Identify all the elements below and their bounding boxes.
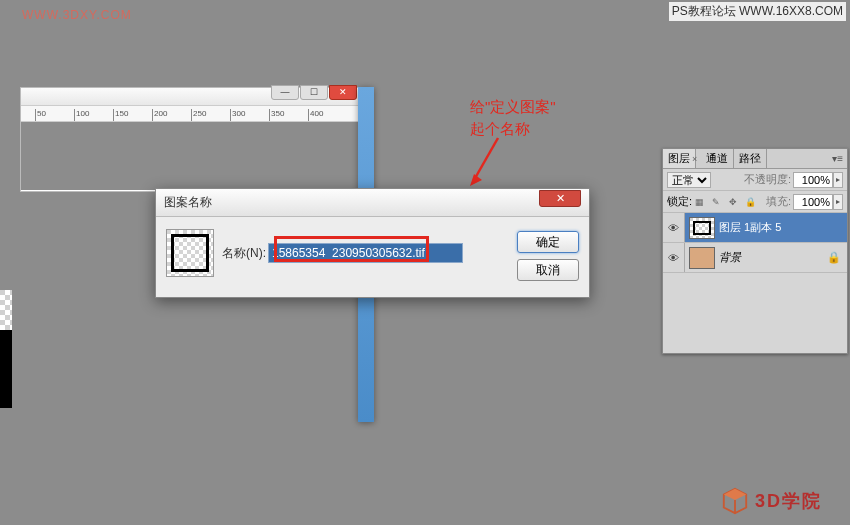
- svg-line-0: [474, 138, 498, 180]
- visibility-eye-icon[interactable]: 👁: [663, 243, 685, 272]
- pattern-name-dialog: 图案名称 ✕ 名称(N): 确定 取消: [155, 188, 590, 298]
- ruler-horizontal: 50100150200250300350400: [21, 106, 359, 122]
- svg-marker-1: [470, 174, 482, 186]
- ok-button[interactable]: 确定: [517, 231, 579, 253]
- layer-name: 背景: [719, 250, 821, 265]
- lock-all-icon[interactable]: 🔒: [743, 195, 757, 209]
- layer-thumbnail[interactable]: [689, 247, 715, 269]
- dialog-close-button[interactable]: ✕: [539, 190, 581, 207]
- lock-icon: 🔒: [821, 251, 847, 264]
- document-canvas[interactable]: [21, 122, 359, 190]
- window-close-button[interactable]: ✕: [329, 85, 357, 100]
- svg-marker-3: [724, 489, 746, 500]
- blend-mode-select[interactable]: 正常: [667, 172, 711, 188]
- pattern-name-input[interactable]: [268, 243, 463, 263]
- document-window: — ☐ ✕ 50100150200250300350400: [20, 87, 360, 192]
- transparency-edge-fragment: [0, 290, 12, 400]
- visibility-eye-icon[interactable]: 👁: [663, 213, 685, 242]
- annotation-text: 给"定义图案" 起个名称: [470, 96, 556, 140]
- tab-channels[interactable]: 通道: [701, 149, 734, 168]
- document-titlebar: — ☐ ✕: [21, 88, 359, 106]
- window-maximize-button[interactable]: ☐: [300, 85, 328, 100]
- layer-name: 图层 1副本 5: [719, 220, 847, 235]
- lock-paint-icon[interactable]: ✎: [709, 195, 723, 209]
- lock-label: 锁定:: [667, 194, 692, 209]
- watermark-top-right: PS教程论坛 WWW.16XX8.COM: [669, 2, 846, 21]
- fill-chevron-icon[interactable]: ▸: [833, 194, 843, 210]
- annotation-arrow-icon: [468, 132, 508, 192]
- window-minimize-button[interactable]: —: [271, 85, 299, 100]
- opacity-input[interactable]: [793, 172, 833, 188]
- opacity-label: 不透明度:: [744, 172, 791, 187]
- layer-item-background[interactable]: 👁 背景 🔒: [663, 243, 847, 273]
- lock-transparency-icon[interactable]: ▦: [692, 195, 706, 209]
- cube-icon: [721, 487, 749, 515]
- pattern-preview: [166, 229, 214, 277]
- tab-paths[interactable]: 路径: [734, 149, 767, 168]
- layers-panel: 图层× 通道 路径 ▾≡ 正常 不透明度: ▸ 锁定: ▦ ✎ ✥ 🔒 填充: …: [662, 148, 848, 354]
- panel-menu-icon[interactable]: ▾≡: [828, 153, 847, 164]
- fill-input[interactable]: [793, 194, 833, 210]
- cancel-button[interactable]: 取消: [517, 259, 579, 281]
- lock-position-icon[interactable]: ✥: [726, 195, 740, 209]
- layer-list: 👁 图层 1副本 5 👁 背景 🔒: [663, 213, 847, 353]
- watermark-top-left: WWW.3DXY.COM: [22, 8, 132, 22]
- name-field-label: 名称(N):: [222, 245, 266, 262]
- dialog-title: 图案名称: [164, 194, 212, 211]
- layer-item-selected[interactable]: 👁 图层 1副本 5: [663, 213, 847, 243]
- layer-thumbnail[interactable]: [689, 217, 715, 239]
- fill-label: 填充:: [766, 194, 791, 209]
- opacity-chevron-icon[interactable]: ▸: [833, 172, 843, 188]
- 3d-academy-logo: 3D学院: [721, 487, 822, 515]
